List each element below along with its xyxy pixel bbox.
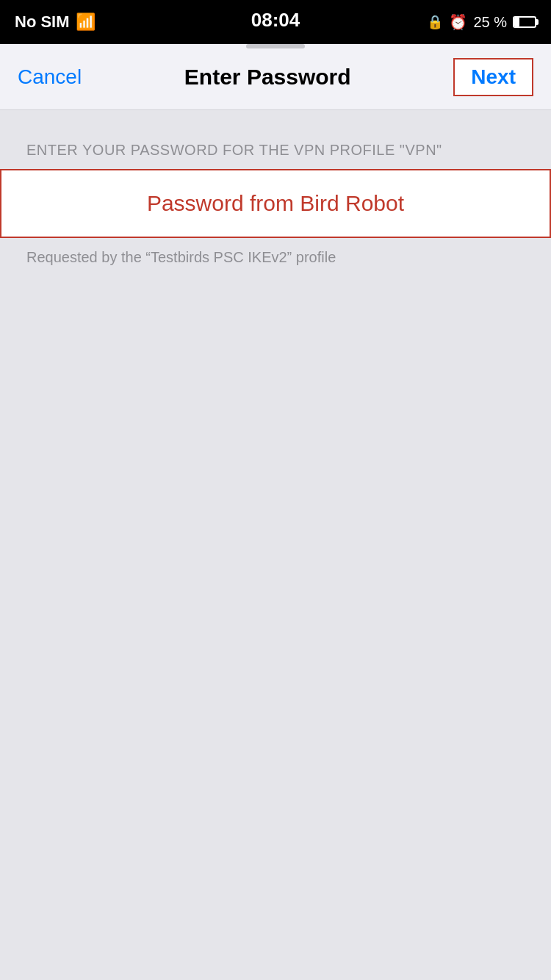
page-title: Enter Password [184, 65, 351, 90]
wifi-icon: 📶 [76, 12, 96, 32]
cancel-button[interactable]: Cancel [18, 65, 82, 89]
next-button[interactable]: Next [453, 58, 533, 96]
battery-icon [513, 16, 536, 28]
status-bar: No SIM 📶 08:04 🔒 ⏰ 25 % [0, 0, 551, 44]
status-time: 08:04 [251, 9, 300, 32]
battery-percent: 25 % [473, 14, 507, 31]
status-right: 🔒 ⏰ 25 % [427, 13, 536, 31]
password-input[interactable] [28, 191, 523, 216]
scroll-indicator [246, 44, 305, 48]
carrier-label: No SIM [15, 12, 70, 32]
section-label: ENTER YOUR PASSWORD FOR THE VPN PROFILE … [0, 140, 551, 169]
nav-bar: Cancel Enter Password Next [0, 44, 551, 110]
status-left: No SIM 📶 [15, 12, 96, 32]
alarm-icon: ⏰ [449, 13, 467, 31]
content-area: ENTER YOUR PASSWORD FOR THE VPN PROFILE … [0, 110, 551, 267]
password-field-container[interactable] [0, 169, 551, 238]
lock-icon: 🔒 [427, 14, 443, 30]
helper-text: Requested by the “Testbirds PSC IKEv2” p… [0, 238, 551, 267]
